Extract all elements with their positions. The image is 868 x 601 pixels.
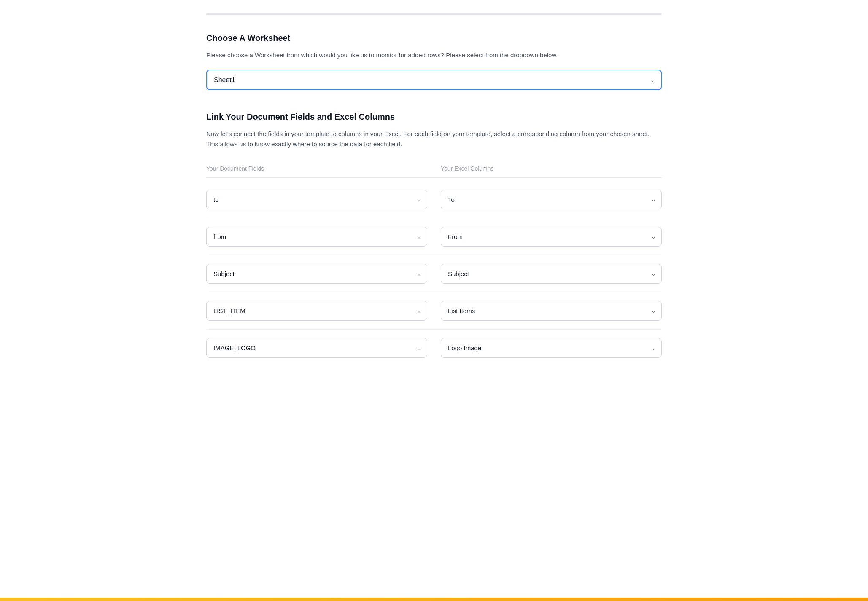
col-header-excel-cols: Your Excel Columns (441, 164, 662, 173)
worksheet-section-description: Please choose a Worksheet from which wou… (206, 50, 662, 60)
doc-field-select-3[interactable]: to from Subject LIST_ITEM IMAGE_LOGO (206, 264, 427, 284)
doc-field-wrapper-2: to from Subject LIST_ITEM IMAGE_LOGO ⌄ (206, 227, 427, 247)
table-row: to from Subject LIST_ITEM IMAGE_LOGO ⌄ T… (206, 292, 662, 330)
doc-field-wrapper-1: to from Subject LIST_ITEM IMAGE_LOGO ⌄ (206, 190, 427, 209)
table-row: to from Subject LIST_ITEM IMAGE_LOGO ⌄ T… (206, 181, 662, 218)
table-row: to from Subject LIST_ITEM IMAGE_LOGO ⌄ T… (206, 255, 662, 292)
field-rows: to from Subject LIST_ITEM IMAGE_LOGO ⌄ T… (206, 181, 662, 366)
doc-field-wrapper-5: to from Subject LIST_ITEM IMAGE_LOGO ⌄ (206, 338, 427, 358)
doc-field-wrapper-4: to from Subject LIST_ITEM IMAGE_LOGO ⌄ (206, 301, 427, 321)
table-row: to from Subject LIST_ITEM IMAGE_LOGO ⌄ T… (206, 218, 662, 255)
columns-header: Your Document Fields Your Excel Columns (206, 164, 662, 178)
link-section-description: Now let's connect the fields in your tem… (206, 129, 662, 149)
doc-field-select-4[interactable]: to from Subject LIST_ITEM IMAGE_LOGO (206, 301, 427, 321)
excel-col-select-5[interactable]: To From Subject List Items Logo Image (441, 338, 662, 358)
excel-col-select-2[interactable]: To From Subject List Items Logo Image (441, 227, 662, 247)
excel-col-wrapper-3: To From Subject List Items Logo Image ⌄ (441, 264, 662, 284)
worksheet-section-title: Choose A Worksheet (206, 32, 662, 44)
excel-col-select-3[interactable]: To From Subject List Items Logo Image (441, 264, 662, 284)
worksheet-section: Choose A Worksheet Please choose a Works… (206, 32, 662, 90)
top-divider (206, 13, 662, 15)
excel-col-select-4[interactable]: To From Subject List Items Logo Image (441, 301, 662, 321)
worksheet-select-wrapper: Sheet1 Sheet2 Sheet3 ⌄ (206, 70, 662, 90)
link-section: Link Your Document Fields and Excel Colu… (206, 110, 662, 366)
excel-col-select-1[interactable]: To From Subject List Items Logo Image (441, 190, 662, 209)
doc-field-select-5[interactable]: to from Subject LIST_ITEM IMAGE_LOGO (206, 338, 427, 358)
excel-col-wrapper-1: To From Subject List Items Logo Image ⌄ (441, 190, 662, 209)
page-container: Choose A Worksheet Please choose a Works… (189, 0, 679, 400)
doc-field-select-1[interactable]: to from Subject LIST_ITEM IMAGE_LOGO (206, 190, 427, 209)
worksheet-select[interactable]: Sheet1 Sheet2 Sheet3 (206, 70, 662, 90)
doc-field-wrapper-3: to from Subject LIST_ITEM IMAGE_LOGO ⌄ (206, 264, 427, 284)
link-section-title: Link Your Document Fields and Excel Colu… (206, 110, 662, 123)
table-row: to from Subject LIST_ITEM IMAGE_LOGO ⌄ T… (206, 330, 662, 366)
excel-col-wrapper-4: To From Subject List Items Logo Image ⌄ (441, 301, 662, 321)
excel-col-wrapper-2: To From Subject List Items Logo Image ⌄ (441, 227, 662, 247)
doc-field-select-2[interactable]: to from Subject LIST_ITEM IMAGE_LOGO (206, 227, 427, 247)
excel-col-wrapper-5: To From Subject List Items Logo Image ⌄ (441, 338, 662, 358)
col-header-doc-fields: Your Document Fields (206, 164, 427, 173)
